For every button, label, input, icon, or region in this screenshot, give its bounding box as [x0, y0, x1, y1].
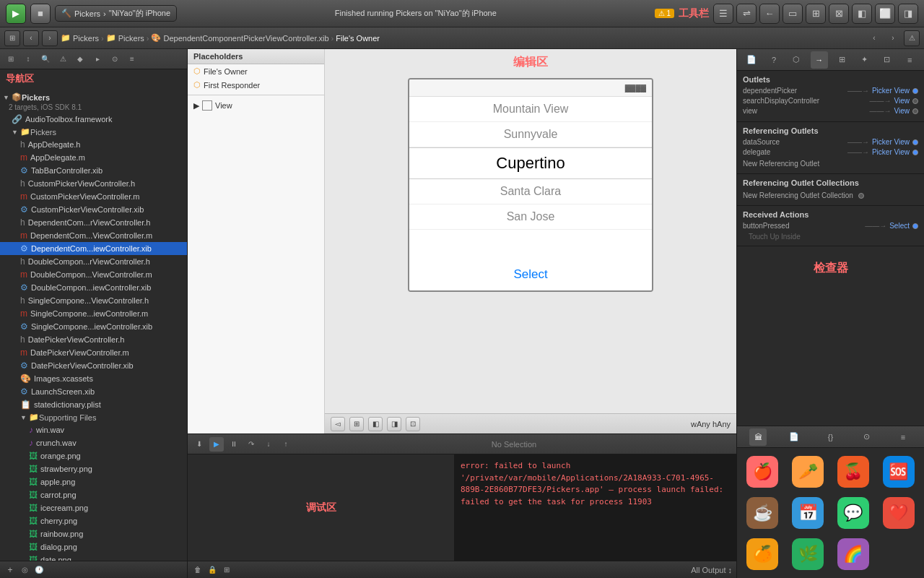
folder-view-btn[interactable]: ⊞	[3, 51, 19, 67]
sidebar-item-dependent-xib[interactable]: ⚙ DependentCom...iewController.xib	[0, 242, 187, 255]
recent-btn[interactable]: 🕐	[33, 564, 45, 576]
sidebar-item-double-m[interactable]: m DoubleCompon...ViewController.m	[0, 268, 187, 281]
sidebar-item-launch-xib[interactable]: ⚙ LaunchScreen.xib	[0, 385, 187, 398]
sidebar-item-crunch-wav[interactable]: ♪ crunch.wav	[0, 436, 187, 449]
ib-back-btn[interactable]: ◅	[331, 417, 345, 431]
library-tab-objects[interactable]: 🏛	[749, 428, 767, 446]
action-dot[interactable]	[912, 223, 918, 229]
lib-item-orange[interactable]: 🍊	[741, 535, 784, 574]
project-root[interactable]: ▼ 📦 Pickers	[0, 91, 187, 103]
sidebar-item-xcassets[interactable]: 🎨 Images.xcassets	[0, 372, 187, 385]
ib-files-owner[interactable]: ⬡ File's Owner	[188, 64, 324, 78]
warning-nav-btn[interactable]: ⚠	[904, 30, 920, 46]
search-sidebar-btn[interactable]: 🔍	[38, 51, 53, 67]
outlet-dot-2[interactable]	[912, 108, 918, 114]
sidebar-item-single-h[interactable]: h SingleCompone...ViewController.h	[0, 294, 187, 307]
sidebar-item-dependent-m[interactable]: m DependentCom...ViewController.m	[0, 229, 187, 242]
ib-frame-btn[interactable]: ⊞	[349, 417, 364, 431]
inspector-tab-file[interactable]: 📄	[743, 51, 760, 69]
source-control-btn[interactable]: ↕	[20, 51, 36, 67]
hierarchy-btn[interactable]: ⊞	[4, 30, 20, 46]
hide-right-btn[interactable]: ◨	[898, 4, 918, 24]
sidebar-item-carrot-png[interactable]: 🖼 carrot.png	[0, 488, 187, 501]
run-button[interactable]: ▶	[6, 4, 26, 24]
sidebar-item-datepicker-xib[interactable]: ⚙ DatePickerViewController.xib	[0, 359, 187, 372]
sidebar-item-double-h[interactable]: h DoubleCompon...rViewController.h	[0, 255, 187, 268]
console-split-btn[interactable]: ⊞	[221, 564, 232, 576]
sidebar-item-strawberry-png[interactable]: 🖼 strawberry.png	[0, 462, 187, 475]
breakpoint-btn[interactable]: ⊙	[107, 51, 123, 67]
sidebar-item-audiotoolbox[interactable]: 🔗 AudioToolbox.framework	[0, 113, 187, 126]
collection-dot[interactable]	[858, 193, 864, 199]
add-file-btn[interactable]: +	[4, 564, 16, 576]
forward-nav-btn[interactable]: ›	[42, 30, 58, 46]
editor-back-btn[interactable]: ‹	[866, 30, 882, 46]
inspector-tab-bindings[interactable]: ⊞	[833, 51, 850, 69]
sidebar-item-date-png[interactable]: 🖼 date.png	[0, 553, 187, 561]
outlet-dot-1[interactable]	[912, 98, 918, 104]
lib-item-heart[interactable]: ❤️	[877, 493, 920, 532]
sidebar-item-dialog-png[interactable]: 🖼 dialog.png	[0, 540, 187, 553]
hide-left-btn[interactable]: ◧	[852, 4, 872, 24]
debug-console[interactable]: error: failed to launch '/private/var/mo…	[455, 454, 736, 561]
scheme-selector[interactable]: 🔨 Pickers › "NiYao"的 iPhone	[55, 5, 177, 22]
sidebar-item-custompicker-h[interactable]: h CustomPickerViewController.h	[0, 177, 187, 190]
test-btn[interactable]: ◆	[72, 51, 88, 67]
breadcrumb-file1[interactable]: DependentComponentPickerViewController.x…	[163, 34, 328, 43]
debug-btn[interactable]: ▸	[90, 51, 105, 67]
inspector-tab-id[interactable]: ⬡	[788, 51, 805, 69]
debug-hide-btn[interactable]: ⬇	[192, 437, 206, 452]
breadcrumb-file2[interactable]: File's Owner	[336, 34, 380, 43]
debug-continue-btn[interactable]: ▶	[209, 437, 224, 452]
sidebar-item-rainbow-png[interactable]: 🖼 rainbow.png	[0, 527, 187, 540]
lib-item-apple[interactable]: 🍎	[741, 452, 784, 491]
inspector-tab-effects[interactable]: ✦	[856, 51, 873, 69]
warning-badge[interactable]: ⚠ 1	[655, 9, 674, 18]
debug-stepinto-btn[interactable]: ↓	[261, 437, 276, 452]
sidebar-item-datepicker-m[interactable]: m DatePickerViewController.m	[0, 346, 187, 359]
inspector-tab-connections[interactable]: →	[811, 51, 828, 69]
inspector-tab-help[interactable]: ?	[765, 51, 783, 69]
lib-item-calendar[interactable]: 📅	[787, 493, 829, 532]
clear-console-btn[interactable]: 🗑	[192, 564, 204, 576]
lib-item-chat[interactable]: 💬	[832, 493, 875, 532]
sidebar-item-plist[interactable]: 📋 statedictionary.plist	[0, 398, 187, 411]
sidebar-item-tabbar-xib[interactable]: ⚙ TabBarController.xib	[0, 164, 187, 177]
output-selector[interactable]: All Output ↕	[691, 566, 732, 574]
sidebar-item-dependent-h[interactable]: h DependentCom...rViewController.h	[0, 216, 187, 229]
log-btn[interactable]: ≡	[124, 51, 140, 67]
sidebar-item-apple-png[interactable]: 🖼 apple.png	[0, 475, 187, 488]
sidebar-item-single-xib[interactable]: ⚙ SingleCompone...iewController.xib	[0, 320, 187, 333]
ib-zoom-btn[interactable]: ⊡	[406, 417, 420, 431]
sidebar-item-icecream-png[interactable]: 🖼 icecream.png	[0, 501, 187, 514]
nav-toggle-btn[interactable]: ☰	[713, 4, 733, 24]
outlet-dot-0[interactable]	[912, 88, 918, 94]
inspector-tab-size[interactable]: ⊡	[879, 51, 896, 69]
sidebar-group-supporting[interactable]: ▼ 📁 Supporting Files	[0, 411, 187, 423]
sidebar-item-custompicker-m[interactable]: m CustomPickerViewController.m	[0, 190, 187, 203]
ib-first-responder[interactable]: ⬡ First Responder	[188, 78, 324, 92]
library-tab-add[interactable]: 📄	[785, 428, 803, 446]
library-tab-media[interactable]: ⊙	[858, 428, 876, 446]
standard-editor-btn[interactable]: ▭	[783, 4, 803, 24]
debug-pause-btn[interactable]: ⏸	[227, 437, 241, 452]
hide-bottom-btn[interactable]: ⬜	[875, 4, 895, 24]
assistant-editor-btn[interactable]: ⊞	[806, 4, 826, 24]
sidebar-item-datepicker-h[interactable]: h DatePickerViewController.h	[0, 333, 187, 346]
back-nav-btn[interactable]: ‹	[23, 30, 39, 46]
lib-item-carrot[interactable]: 🥕	[787, 452, 829, 491]
sidebar-item-appdelegate-h[interactable]: h AppDelegate.h	[0, 138, 187, 151]
ib-view-item[interactable]: ▶ View	[188, 98, 324, 113]
new-referencing-outlet-btn[interactable]: New Referencing Outlet	[743, 158, 918, 169]
back-btn[interactable]: ←	[759, 4, 780, 24]
select-button[interactable]: Select	[409, 259, 652, 290]
sidebar-item-custompicker-xib[interactable]: ⚙ CustomPickerViewController.xib	[0, 203, 187, 216]
new-collection-btn[interactable]: New Referencing Outlet Collection	[743, 190, 918, 201]
console-lock-btn[interactable]: 🔒	[206, 564, 218, 576]
sidebar-item-cherry-png[interactable]: 🖼 cherry.png	[0, 514, 187, 527]
editor-forward-btn[interactable]: ›	[885, 30, 901, 46]
library-tab-snippets[interactable]: {}	[821, 428, 839, 446]
breadcrumb-group[interactable]: Pickers	[118, 34, 144, 43]
breadcrumb-project[interactable]: Pickers	[73, 34, 99, 43]
lib-item-rainbow[interactable]: 🌈	[832, 535, 875, 574]
